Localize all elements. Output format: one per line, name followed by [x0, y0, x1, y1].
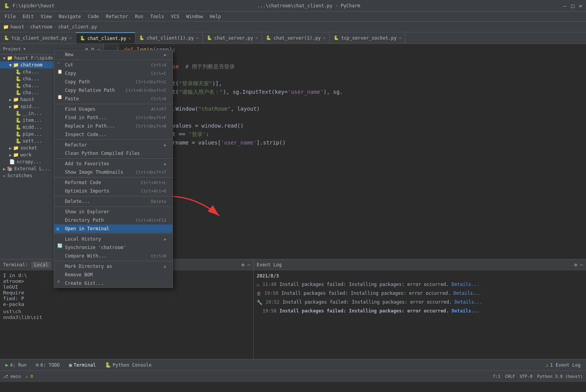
ctx-clean-python[interactable]: Clean Python Compiled Files: [54, 149, 173, 158]
ctx-inspect-code[interactable]: Inspect Code...: [54, 130, 173, 139]
tab-close-icon3[interactable]: ✕: [256, 36, 258, 40]
tab-close-icon5[interactable]: ✕: [399, 36, 401, 40]
event-link-2[interactable]: Details...: [453, 291, 481, 296]
ctx-divider3: [54, 140, 173, 140]
ctx-create-gist[interactable]: Create Gist...: [54, 279, 173, 287]
menu-file[interactable]: File: [2, 13, 19, 20]
ctx-find-in-path[interactable]: Find in Path... Ctrl+Shift+F: [54, 113, 173, 122]
menu-view[interactable]: View: [38, 13, 55, 20]
ctx-cut[interactable]: Cut Ctrl+X: [54, 61, 173, 69]
ctx-new[interactable]: New: [54, 50, 173, 59]
file-icon-init: 🐍: [15, 111, 21, 116]
menu-tools[interactable]: Tools: [147, 13, 167, 20]
event-icon-2: 🗑: [257, 291, 261, 296]
event-link-1[interactable]: Details...: [452, 282, 479, 287]
term-icon: ▣: [69, 362, 72, 368]
python-version[interactable]: Python 3.8 (haust): [537, 374, 583, 379]
tab-chat-client[interactable]: 🐍 chat_client.py ✕: [76, 32, 135, 43]
ctx-synchronize[interactable]: Synchronize 'chatroom': [54, 243, 173, 252]
ctx-reformat-code[interactable]: Reformat Code Ctrl+Alt+L: [54, 178, 173, 187]
maximize-button[interactable]: □: [571, 3, 574, 9]
breadcrumb-chatroom[interactable]: chatroom: [30, 24, 52, 30]
ctx-delete[interactable]: Delete... Delete: [54, 197, 173, 206]
tab-chat-client-1[interactable]: 🐍 chat_client(1).py ✕: [135, 32, 203, 43]
ctx-divider9: [54, 261, 173, 261]
git-branch[interactable]: ⎇ main: [3, 374, 21, 379]
tab-todo[interactable]: ≡ 6: TODO: [32, 360, 63, 369]
minimize-button[interactable]: —: [563, 3, 566, 9]
tab-python-console[interactable]: 🐍 Python Console: [101, 360, 155, 369]
menu-code[interactable]: Code: [85, 13, 102, 20]
ctx-copy-path[interactable]: Copy Path Ctrl+Shift+C: [54, 78, 173, 86]
cut-icon: ✂: [57, 61, 60, 66]
ctx-divider4: [54, 158, 173, 159]
folder-icon-haust: 📁: [7, 55, 13, 61]
event-log-minimize-icon[interactable]: —: [580, 262, 583, 267]
terminal-settings-icon[interactable]: ⚙: [242, 262, 244, 267]
ctx-copy-relative-path[interactable]: Copy Relative Path Ctrl+Alt+Shift+C: [54, 86, 173, 95]
title-bar-title: ...\chatroom\chat_client.py - PyCharm: [257, 3, 360, 8]
sidebar-dropdown-icon[interactable]: ▾: [23, 47, 26, 51]
tab-chat-server[interactable]: 🐍 chat_server.py ✕: [203, 32, 262, 43]
ctx-copy[interactable]: Copy Ctrl+C: [54, 69, 173, 78]
ctx-add-favorites[interactable]: Add to Favorites: [54, 159, 173, 168]
ctx-local-history[interactable]: Local History: [54, 235, 173, 243]
tab-close-icon-active[interactable]: ✕: [129, 36, 131, 40]
tab-close-icon2[interactable]: ✕: [196, 36, 199, 40]
event-link-4[interactable]: Details...: [452, 308, 479, 314]
tab-close-icon[interactable]: ✕: [70, 36, 72, 40]
breadcrumb-file[interactable]: chat_client.py: [58, 24, 97, 30]
tree-arrow-haust: ▼: [3, 56, 5, 60]
code-line-18: username = values['user_name'].strip(): [124, 138, 581, 147]
event-link-3[interactable]: Details...: [455, 299, 482, 305]
folder-icon-chatroom: 📁: [13, 62, 19, 68]
tab-terminal[interactable]: ▣ Terminal: [65, 360, 100, 369]
code-lines[interactable]: def login(conn): login = False # 用于判断是否登…: [119, 44, 586, 148]
ctx-optimize-imports[interactable]: Optimize Imports Ctrl+Alt+O: [54, 187, 173, 195]
ctx-directory-path[interactable]: Directory Path Ctrl+Alt+F12: [54, 216, 173, 224]
menu-edit[interactable]: Edit: [20, 13, 37, 20]
event-log-panel: Event Log ⚙ — 2021/8/3 ☑ 11:40 Install p…: [254, 259, 586, 359]
terminal-close-icon[interactable]: —: [247, 262, 250, 267]
menu-window[interactable]: Window: [183, 13, 206, 20]
tab-file-icon2: 🐍: [139, 35, 144, 40]
menu-navigate[interactable]: Navigate: [56, 13, 84, 20]
copy-icon: 📋: [57, 69, 63, 74]
tab-file-icon: 🐍: [4, 35, 9, 40]
ctx-show-thumbnails[interactable]: Show Image Thumbnails Ctrl+Shift+T: [54, 168, 173, 176]
encoding[interactable]: UTF-8: [520, 374, 533, 379]
event-log-settings-icon[interactable]: ⚙: [574, 262, 577, 267]
close-button[interactable]: ✕: [579, 3, 582, 9]
menu-refactor[interactable]: Refactor: [103, 13, 131, 20]
ctx-refactor[interactable]: Refactor: [54, 141, 173, 149]
tab-tcp-server-socket[interactable]: 🐍 tcp_server_socket.py ✕: [330, 32, 406, 43]
folder-icon-haust2: 📁: [13, 97, 19, 102]
ctx-remove-bom[interactable]: Remove BOM: [54, 271, 173, 279]
code-line-15: while True:: [124, 113, 581, 121]
ctx-find-usages[interactable]: Find Usages Alt+F7: [54, 105, 173, 113]
tab-close-icon4[interactable]: ✕: [323, 36, 325, 40]
ctx-show-explorer[interactable]: Show in Explorer: [54, 208, 173, 216]
tab-tcp-client-socket[interactable]: 🐍 tcp_client_socket.py ✕: [0, 32, 76, 43]
ctx-mark-directory[interactable]: Mark Directory as: [54, 262, 173, 271]
terminal-tab-local[interactable]: Local: [31, 261, 51, 268]
event-item-3: 🔧 19:52 Install packages failed: Install…: [254, 298, 586, 307]
line-ending[interactable]: CRLF: [505, 374, 515, 379]
breadcrumb-project[interactable]: haust: [10, 24, 24, 30]
menu-run[interactable]: Run: [132, 13, 146, 20]
ctx-open-terminal[interactable]: ▣ Open in Terminal: [54, 224, 173, 233]
ctx-compare-with[interactable]: Compare With... Ctrl+D: [54, 252, 173, 260]
tab-chat-server-1[interactable]: 🐍 chat_server(1).py ✕: [262, 32, 330, 43]
menu-vcs[interactable]: VCS: [168, 13, 183, 20]
project-icon: 📁: [3, 24, 9, 30]
tab-event-log[interactable]: ⚠ 1 Event Log: [542, 361, 584, 369]
code-line-14: window = sg.Window("chatRoom", layout): [124, 105, 581, 113]
tab-run[interactable]: ▶ 4: Run: [2, 360, 30, 369]
folder-icon-socket: 📁: [13, 145, 19, 151]
ctx-replace-in-path[interactable]: Replace in Path... Ctrl+Shift+R: [54, 122, 173, 130]
menu-help[interactable]: Help: [207, 13, 224, 20]
ctx-paste[interactable]: Paste Ctrl+V: [54, 95, 173, 103]
breadcrumb: 📁 haust › chatroom › chat_client.py: [0, 22, 586, 32]
app-logo-icon: 🐍: [4, 3, 10, 8]
tree-arrow-chatroom: ▼: [9, 63, 12, 67]
